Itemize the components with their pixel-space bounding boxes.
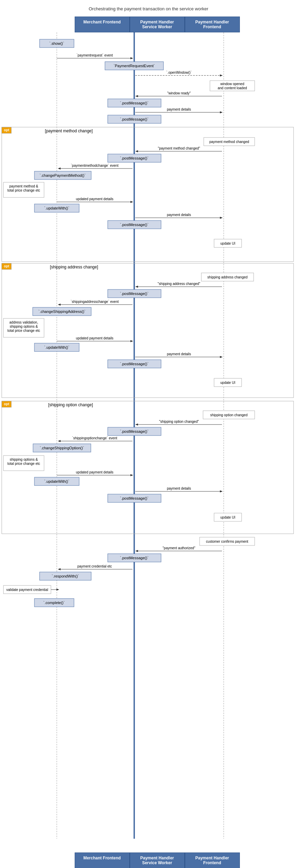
svg-text:shipping address changed: shipping address changed [208, 275, 248, 279]
svg-text:`.respondWith()`: `.respondWith()` [52, 574, 79, 578]
svg-text:window opened: window opened [220, 82, 244, 86]
footer-merchant: Merchant Frontend [75, 852, 130, 868]
svg-text:payment method &: payment method & [9, 184, 38, 188]
svg-text:`paymentrequest` event: `paymentrequest` event [76, 53, 113, 57]
sequence-diagram: `.show()` `paymentrequest` event `Paymen… [0, 32, 297, 852]
svg-text:"shipping address changed": "shipping address changed" [158, 282, 200, 286]
svg-rect-22 [2, 127, 294, 262]
svg-text:updated payment details: updated payment details [76, 336, 114, 340]
svg-text:payment credential etc: payment credential etc [77, 564, 112, 568]
diagram-container: Orchestrating the payment transaction on… [0, 0, 297, 868]
svg-text:`shippingaddresschange` event: `shippingaddresschange` event [71, 300, 119, 304]
svg-text:`.updateWith()`: `.updateWith()` [44, 479, 69, 483]
svg-rect-49 [2, 263, 294, 398]
svg-text:shipping option changed: shipping option changed [210, 413, 247, 417]
svg-text:`.postMessage()`: `.postMessage()` [120, 496, 148, 500]
svg-text:`.changeShippingAddress()`: `.changeShippingAddress()` [39, 309, 86, 314]
svg-text:opt: opt [4, 128, 9, 132]
svg-text:"window ready": "window ready" [167, 91, 191, 95]
svg-text:opt: opt [4, 402, 9, 406]
svg-text:updated payment details: updated payment details [76, 470, 114, 474]
svg-text:address validation,: address validation, [9, 320, 38, 324]
svg-text:"payment method changed": "payment method changed" [158, 146, 200, 150]
svg-text:payment details: payment details [167, 213, 191, 217]
svg-text:total price change etc: total price change etc [7, 329, 40, 333]
footer-handler: Payment Handler Service Worker [130, 852, 185, 868]
svg-text:update UI: update UI [220, 242, 235, 245]
svg-text:`PaymentRequestEvent`: `PaymentRequestEvent` [114, 64, 155, 68]
svg-text:[shipping option change]: [shipping option change] [48, 402, 93, 407]
svg-text:updated payment details: updated payment details [76, 197, 114, 201]
svg-text:shipping options &: shipping options & [10, 325, 38, 328]
svg-text:[shipping address change]: [shipping address change] [50, 265, 98, 269]
header-frontend: Payment Handler Frontend [185, 17, 240, 32]
footer-frontend: Payment Handler Frontend [185, 852, 240, 868]
svg-text:`.complete()`: `.complete()` [43, 601, 65, 605]
header-row-top: Merchant Frontend Payment Handler Servic… [0, 17, 297, 32]
header-merchant: Merchant Frontend [75, 17, 130, 32]
svg-text:opt: opt [4, 264, 9, 268]
svg-text:`shippingoptionchange` event: `shippingoptionchange` event [72, 436, 117, 440]
svg-text:update UI: update UI [220, 515, 235, 519]
footer-row: Merchant Frontend Payment Handler Servic… [0, 852, 297, 868]
svg-text:[payment method change]: [payment method change] [45, 129, 93, 133]
svg-text:`.updateWith()`: `.updateWith()` [44, 206, 69, 210]
svg-text:`.postMessage()`: `.postMessage()` [120, 556, 148, 560]
svg-text:update UI: update UI [220, 381, 235, 385]
svg-text:total price change etc: total price change etc [7, 462, 40, 466]
svg-text:payment details: payment details [167, 108, 191, 111]
header-handler: Payment Handler Service Worker [130, 17, 185, 32]
svg-text:payment method changed: payment method changed [209, 140, 249, 144]
svg-text:and content loaded: and content loaded [218, 86, 247, 90]
svg-rect-77 [2, 401, 294, 534]
diagram-title: Orchestrating the payment transaction on… [0, 3, 297, 11]
svg-text:payment details: payment details [167, 352, 191, 356]
svg-text:total price change etc: total price change etc [7, 188, 40, 192]
svg-text:customer confirms payment: customer confirms payment [206, 540, 248, 543]
svg-text:`.postMessage()`: `.postMessage()` [120, 117, 148, 121]
svg-text:shipping options &: shipping options & [10, 458, 38, 461]
svg-text:`.postMessage()`: `.postMessage()` [120, 292, 148, 296]
svg-text:`paymentmethodchange` event: `paymentmethodchange` event [71, 164, 119, 167]
svg-text:"shipping option changed": "shipping option changed" [159, 420, 199, 423]
svg-text:`.postMessage()`: `.postMessage()` [120, 429, 148, 433]
svg-text:`.changePaymentMethod()`: `.changePaymentMethod()` [40, 173, 86, 177]
svg-text:`.postMessage()`: `.postMessage()` [120, 156, 148, 160]
svg-text:validate payment credential: validate payment credential [6, 588, 48, 592]
svg-text:`.postMessage()`: `.postMessage()` [120, 362, 148, 366]
svg-text:`.postMessage()`: `.postMessage()` [120, 101, 148, 105]
svg-text:payment details: payment details [167, 487, 191, 490]
svg-text:`.changeShippingOption()`: `.changeShippingOption()` [40, 446, 84, 450]
svg-text:`.openWindow()`: `.openWindow()` [166, 71, 192, 74]
svg-text:`.postMessage()`: `.postMessage()` [120, 223, 148, 227]
svg-text:"payment authorized": "payment authorized" [163, 546, 195, 550]
svg-text:`.show()`: `.show()` [49, 41, 64, 45]
svg-text:`.updateWith()`: `.updateWith()` [44, 345, 69, 349]
